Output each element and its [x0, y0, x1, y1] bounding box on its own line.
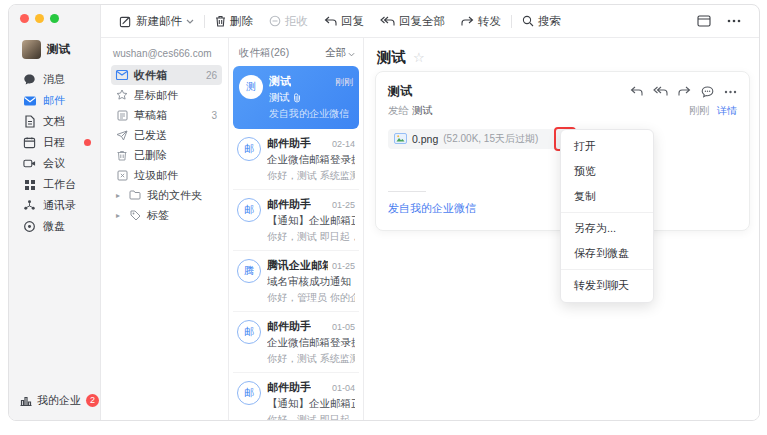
attachment-context-menu: 打开 预览 复制 另存为... 保存到微盘 转发到聊天 — [560, 129, 654, 303]
layout-toggle-button[interactable] — [689, 5, 719, 37]
reject-label: 拒收 — [285, 14, 308, 29]
forward-button[interactable]: 转发 — [453, 5, 509, 37]
mail-preview: 你好，测试 系统监测到你的邮箱账 — [267, 352, 355, 366]
menu-item-preview[interactable]: 预览 — [561, 159, 653, 184]
sidebar-item-drive[interactable]: 微盘 — [9, 216, 100, 237]
mail-list-item[interactable]: 邮 邮件助手02-14 企业微信邮箱登录提醒 你好，测试 系统监测到你的邮箱账 — [233, 129, 359, 190]
folder-label: 已发送 — [134, 128, 167, 143]
mail-icon — [23, 94, 36, 107]
folder-starred[interactable]: 星标邮件 — [111, 85, 222, 105]
trash-icon — [215, 15, 226, 27]
sidebar-item-mail[interactable]: 邮件 — [9, 90, 100, 111]
mail-list-item[interactable]: 邮 邮件助手01-25 【通知】企业邮箱正式启用通知 你好，测试 即日起，企业已… — [233, 190, 359, 251]
mail-sender: 邮件助手 — [267, 197, 311, 212]
menu-item-save-as[interactable]: 另存为... — [561, 216, 653, 241]
folder-icon — [129, 189, 141, 201]
compose-button[interactable]: 新建邮件 — [111, 5, 202, 37]
mail-preview: 你好，测试 即日起，企业已开始使 — [267, 413, 355, 420]
expand-arrow-icon[interactable]: ▸ — [116, 211, 123, 220]
reply-icon — [324, 16, 337, 27]
sidebar-item-label: 邮件 — [43, 93, 65, 108]
menu-item-forward-to-chat[interactable]: 转发到聊天 — [561, 273, 653, 298]
block-icon — [269, 15, 281, 27]
minimize-window-button[interactable] — [35, 14, 44, 23]
to-recipient[interactable]: 测试 — [412, 104, 433, 116]
folder-drafts[interactable]: 草稿箱 3 — [111, 105, 222, 125]
reject-button[interactable]: 拒收 — [261, 5, 316, 37]
folder-tags[interactable]: ▸ 标签 — [111, 205, 222, 225]
meeting-icon — [23, 157, 36, 170]
reply-icon[interactable] — [630, 86, 643, 97]
mail-list-item[interactable]: 邮 邮件助手01-04 【通知】企业邮箱正式启用通知 你好，测试 即日起，企业已… — [233, 373, 359, 420]
sidebar-item-my-enterprise[interactable]: 我的企业 2 — [19, 393, 99, 408]
delete-label: 删除 — [230, 14, 253, 29]
expand-arrow-icon[interactable]: ▸ — [116, 191, 123, 200]
more-menu-button[interactable] — [719, 5, 749, 37]
sidebar-item-label: 消息 — [43, 72, 65, 87]
calendar-icon — [23, 136, 36, 149]
folder-sent[interactable]: 已发送 — [111, 125, 222, 145]
folder-inbox[interactable]: 收件箱 26 — [111, 65, 222, 85]
attachment-chip[interactable]: 0.png (52.00K, 15天后过期) — [388, 129, 556, 149]
sidebar-item-meetings[interactable]: 会议 — [9, 153, 100, 174]
chevron-down-icon — [348, 47, 355, 59]
compose-icon — [119, 15, 132, 28]
image-file-icon — [394, 130, 407, 148]
sidebar-item-workbench[interactable]: 工作台 — [9, 174, 100, 195]
comment-icon[interactable] — [701, 86, 714, 98]
zoom-window-button[interactable] — [50, 14, 59, 23]
mail-time: 01-25 — [332, 200, 355, 210]
signature-link[interactable]: 发自我的企业微信 — [388, 201, 476, 216]
contacts-icon — [23, 199, 36, 212]
more-actions-icon[interactable] — [724, 90, 737, 94]
sidebar-item-label: 工作台 — [43, 177, 76, 192]
enterprise-icon — [19, 394, 32, 407]
filter-dropdown[interactable]: 全部 — [325, 46, 355, 60]
folder-junk[interactable]: 垃圾邮件 — [111, 165, 222, 185]
my-enterprise-label: 我的企业 — [37, 393, 81, 408]
reply-button[interactable]: 回复 — [316, 5, 372, 37]
sidebar-item-label: 文档 — [43, 114, 65, 129]
folder-my-folders[interactable]: ▸ 我的文件夹 — [111, 185, 222, 205]
mail-list-item[interactable]: 邮 邮件助手01-05 企业微信邮箱登录提醒 你好，测试 系统监测到你的邮箱账 — [233, 312, 359, 373]
account-email: wushan@ces666.com — [111, 44, 222, 65]
reply-all-button[interactable]: 回复全部 — [372, 5, 453, 37]
mail-subject: 【通知】企业邮箱正式启用通知 — [267, 214, 355, 228]
mail-list-item[interactable]: 测 测试刚刚 测试 发自我的企业微信 — [233, 66, 359, 129]
message-list-panel: 收件箱(26) 全部 测 测试刚刚 测试 发自我的企业微信 — [229, 38, 364, 420]
folder-deleted[interactable]: 已删除 — [111, 145, 222, 165]
menu-item-save-to-drive[interactable]: 保存到微盘 — [561, 241, 653, 266]
inbox-icon — [116, 69, 128, 81]
reply-all-icon — [380, 16, 395, 27]
reply-all-icon[interactable] — [653, 86, 668, 97]
sidebar-item-label: 会议 — [43, 156, 65, 171]
forward-icon[interactable] — [678, 86, 691, 97]
macos-traffic-lights — [9, 5, 100, 23]
mail-subject: 测试 — [269, 91, 290, 105]
toolbar-divider — [204, 15, 205, 28]
menu-item-open[interactable]: 打开 — [561, 134, 653, 159]
details-link[interactable]: 详情 — [717, 104, 737, 118]
sidebar-item-messages[interactable]: 消息 — [9, 69, 100, 90]
folder-label: 标签 — [147, 208, 169, 223]
star-toggle-icon[interactable]: ☆ — [413, 50, 425, 65]
mail-preview: 你好，管理员 你的企业邮箱域名 c — [267, 291, 355, 305]
sidebar-item-label: 日程 — [43, 135, 65, 150]
filter-label: 全部 — [325, 46, 346, 60]
enterprise-badge: 2 — [86, 394, 99, 407]
sidebar-item-contacts[interactable]: 通讯录 — [9, 195, 100, 216]
notification-dot — [84, 139, 91, 146]
sidebar-item-docs[interactable]: 文档 — [9, 111, 100, 132]
mail-time: 02-14 — [332, 139, 355, 149]
search-button[interactable]: 搜索 — [514, 5, 569, 37]
menu-item-copy[interactable]: 复制 — [561, 184, 653, 209]
user-profile[interactable]: 测试 — [9, 23, 100, 59]
mail-list-item[interactable]: 腾 腾讯企业邮箱01-25 域名审核成功通知 你好，管理员 你的企业邮箱域名 c — [233, 251, 359, 312]
mail-sender: 腾讯企业邮箱 — [267, 258, 328, 273]
sent-icon — [116, 129, 128, 141]
sidebar-item-label: 微盘 — [43, 219, 65, 234]
delete-button[interactable]: 删除 — [207, 5, 261, 37]
attachment-paperclip-icon — [293, 93, 301, 103]
close-window-button[interactable] — [20, 14, 29, 23]
sidebar-item-calendar[interactable]: 日程 — [9, 132, 100, 153]
